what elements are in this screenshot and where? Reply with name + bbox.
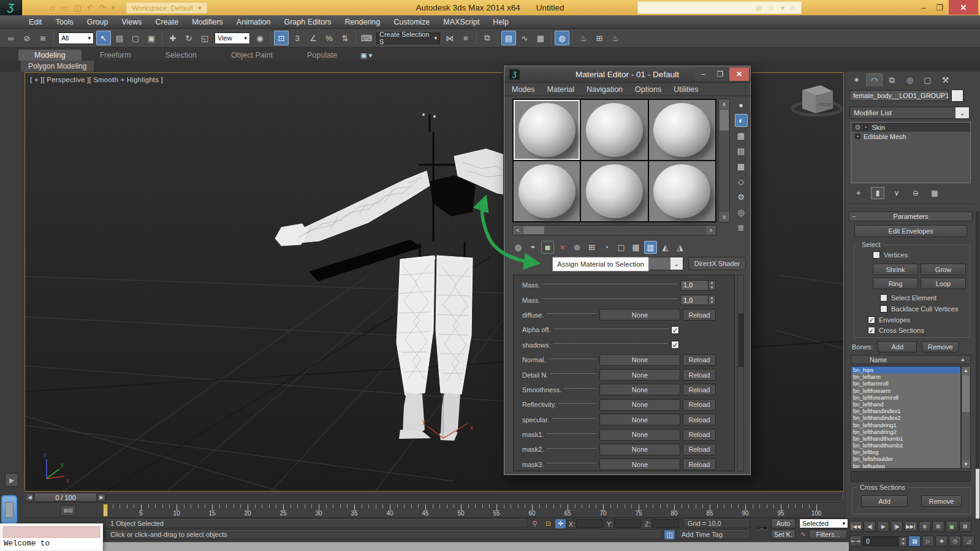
select-and-scale-icon[interactable]: ◱ bbox=[197, 31, 212, 45]
assign-material-to-selection-icon[interactable]: ◙ bbox=[541, 241, 554, 254]
key-filters-button[interactable]: Filters... bbox=[809, 530, 847, 539]
ribbon-tab-object-paint[interactable]: Object Paint bbox=[215, 50, 289, 61]
value-spinner[interactable]: ▲▼ bbox=[708, 295, 716, 305]
remove-bone-button[interactable]: Remove bbox=[922, 341, 959, 352]
map-reload-button[interactable]: Reload bbox=[683, 429, 716, 441]
menu-item-maxscript[interactable]: MAXScript bbox=[436, 18, 486, 26]
loop-button[interactable]: Loop bbox=[921, 278, 966, 289]
configure-modifier-sets-icon[interactable]: ▦ bbox=[928, 187, 941, 199]
envelopes-checkbox[interactable]: ✓Envelopes bbox=[868, 316, 910, 324]
tab-display[interactable]: ▢ bbox=[919, 74, 936, 86]
current-frame-field[interactable]: 0 bbox=[863, 536, 898, 546]
bone-list-item[interactable]: bn_leftupleg bbox=[851, 463, 960, 469]
bind-to-space-warp-icon[interactable]: ≋ bbox=[36, 31, 50, 45]
time-slider-track[interactable] bbox=[105, 494, 841, 501]
parameters-rollout-header[interactable]: − Parameters bbox=[849, 211, 973, 221]
angle-snap-icon[interactable]: ∠ bbox=[306, 31, 321, 45]
material-editor-titlebar[interactable]: Material Editor - 01 - Default Ʒ – ❐ ✕ bbox=[504, 66, 750, 83]
maximize-viewport-toggle-icon[interactable]: ◿ bbox=[962, 536, 974, 547]
add-time-tag[interactable]: Add Time Tag bbox=[677, 530, 750, 539]
tab-utilities[interactable]: ⚒ bbox=[937, 74, 954, 86]
me-menu-utilities[interactable]: Utilities bbox=[674, 85, 698, 94]
bone-list-item[interactable]: bn_leftarmroll bbox=[851, 380, 960, 387]
map-none-button[interactable]: None bbox=[599, 369, 680, 381]
spinner-down-icon[interactable]: ▼ bbox=[900, 541, 906, 546]
map-reload-button[interactable]: Reload bbox=[683, 414, 716, 425]
map-none-button[interactable]: None bbox=[599, 429, 680, 441]
material-editor-window[interactable]: Material Editor - 01 - Default Ʒ – ❐ ✕ M… bbox=[504, 66, 751, 475]
menu-item-edit[interactable]: Edit bbox=[22, 18, 49, 26]
previous-frame-button[interactable]: ◀| bbox=[864, 521, 876, 532]
frame-spinner[interactable]: ▲▼ bbox=[900, 536, 907, 547]
background-icon[interactable]: ▦ bbox=[629, 241, 642, 254]
material-slot[interactable] bbox=[581, 161, 647, 221]
selection-set-dropdown[interactable]: Selected▾ bbox=[799, 519, 848, 528]
menu-item-modifiers[interactable]: Modifiers bbox=[185, 18, 230, 26]
minimize-button[interactable]: – bbox=[695, 67, 711, 81]
tab-modify[interactable]: ◠ bbox=[866, 74, 883, 86]
spinner-up-icon[interactable]: ▲ bbox=[708, 281, 715, 286]
show-end-result-icon[interactable]: ▮ bbox=[871, 187, 884, 199]
manage-layers-icon[interactable]: ⧉ bbox=[480, 31, 495, 45]
maximize-button[interactable]: ❐ bbox=[712, 67, 728, 81]
map-reload-button[interactable]: Reload bbox=[683, 384, 716, 395]
next-frame-arrow[interactable]: ▶ bbox=[97, 493, 105, 501]
curve-editor-icon[interactable]: ∿ bbox=[517, 31, 532, 45]
select-and-manipulate-icon[interactable]: ⊡ bbox=[274, 31, 289, 45]
slots-vertical-scrollbar[interactable]: ∧ ∨ bbox=[718, 99, 730, 222]
infocenter-dropdown-icon[interactable]: ▾ bbox=[781, 4, 784, 12]
zoom-all-icon[interactable]: ⊞ bbox=[932, 521, 944, 532]
map-reload-button[interactable]: Reload bbox=[683, 354, 716, 366]
cross-sections-add-button[interactable]: Add bbox=[861, 495, 908, 507]
menu-item-customize[interactable]: Customize bbox=[387, 18, 436, 26]
key-mode-toggle-button[interactable]: ⇤⇥ bbox=[849, 536, 862, 547]
map-reload-button[interactable]: Reload bbox=[683, 399, 716, 411]
ribbon-tab-populate[interactable]: Populate bbox=[291, 50, 353, 61]
expand-left-panel-button[interactable]: ▶ bbox=[5, 473, 18, 487]
z-coordinate-field[interactable] bbox=[652, 519, 679, 528]
get-material-icon[interactable]: ◍ bbox=[512, 241, 525, 254]
selection-lock-icon[interactable]: ⊡ bbox=[543, 519, 553, 528]
reset-map-icon[interactable]: × bbox=[556, 241, 569, 254]
use-pivot-point-icon[interactable]: ◉ bbox=[253, 31, 267, 45]
parameters-scrollbar[interactable] bbox=[737, 275, 744, 471]
timeline-ruler[interactable]: 0510152025303540455055606570758085909510… bbox=[101, 503, 818, 518]
ribbon-tab-selection[interactable]: Selection bbox=[149, 50, 212, 61]
set-key-button[interactable]: Set K. bbox=[771, 530, 796, 539]
go-to-parent-icon[interactable]: ◭ bbox=[659, 241, 672, 254]
infocenter-search-bar[interactable]: ◎☆▾○ bbox=[637, 1, 802, 14]
visibility-bulb-icon[interactable]: ⊙ bbox=[855, 124, 860, 131]
material-id-channel-icon[interactable]: ◔ bbox=[600, 241, 613, 254]
track-bar[interactable]: ⊞⊟ 0510152025303540455055606570758085909… bbox=[25, 503, 844, 518]
me-menu-modes[interactable]: Modes bbox=[512, 85, 535, 94]
cross-sections-checkbox[interactable]: ✓Cross Sections bbox=[868, 327, 924, 334]
edit-envelopes-button[interactable]: Edit Envelopes bbox=[854, 225, 967, 237]
isolate-selection-icon[interactable]: ⚲ bbox=[530, 519, 540, 528]
menu-item-rendering[interactable]: Rendering bbox=[338, 18, 387, 26]
make-material-copy-icon[interactable]: ⊚ bbox=[571, 241, 583, 254]
snap-toggle-3d-icon[interactable]: 3 bbox=[290, 31, 305, 45]
modifier-list-dropdown[interactable]: Modifier List ⌄ bbox=[849, 107, 970, 119]
select-by-material-icon[interactable]: ◎ bbox=[735, 206, 748, 219]
named-selection-sets-dropdown[interactable]: Create Selection S▾ bbox=[376, 32, 440, 44]
go-to-end-button[interactable]: ▶▶| bbox=[904, 521, 917, 532]
background-toggle-icon[interactable]: ▦ bbox=[735, 129, 748, 142]
menu-item-help[interactable]: Help bbox=[486, 18, 515, 26]
parameter-checkbox[interactable]: ✓ bbox=[671, 326, 679, 334]
y-coordinate-field[interactable] bbox=[614, 519, 641, 528]
show-background-icon[interactable]: ▢ bbox=[615, 241, 628, 254]
cross-sections-remove-button[interactable]: Remove bbox=[921, 495, 962, 507]
show-shaded-material-in-viewport-icon[interactable]: ▥ bbox=[644, 241, 657, 254]
isometric-flyout-icon[interactable]: ▷ bbox=[922, 536, 934, 547]
backface-cull-vertices-checkbox[interactable]: Backface Cull Vertices bbox=[880, 305, 958, 313]
menu-item-views[interactable]: Views bbox=[115, 18, 148, 26]
render-setup-icon[interactable]: ♨ bbox=[576, 31, 591, 45]
spinner-up-icon[interactable]: ▲ bbox=[708, 295, 715, 300]
unlink-selection-icon[interactable]: ⊘ bbox=[20, 31, 34, 45]
bone-list-item[interactable]: bn_leftarm bbox=[851, 373, 960, 380]
menu-item-group[interactable]: Group bbox=[80, 18, 115, 26]
search-icon[interactable]: ◎ bbox=[755, 4, 761, 12]
x-coordinate-field[interactable] bbox=[576, 519, 603, 528]
value-field[interactable]: 1,0 bbox=[680, 295, 708, 305]
go-forward-to-sibling-icon[interactable]: ◮ bbox=[674, 241, 686, 254]
